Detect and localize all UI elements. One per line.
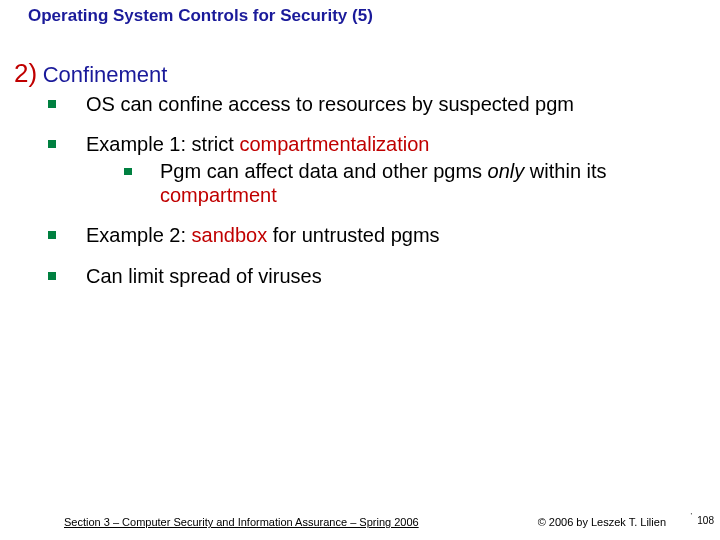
section-heading-text: Confinement [43,62,168,87]
text-span: Can limit spread of viruses [86,265,322,287]
text-span-highlight: sandbox [192,224,268,246]
bullet-item: Example 2: sandbox for untrusted pgms [48,223,700,247]
section-heading: 2) Confinement [14,58,700,90]
bullet-text: Can limit spread of viruses [86,264,700,288]
text-span-highlight: compartment [160,184,277,206]
footer-left: Section 3 – Computer Security and Inform… [64,516,419,528]
text-span: Pgm can affect data and other pgms [160,160,488,182]
bullet-item: OS can confine access to resources by su… [48,92,700,116]
sub-bullet-item: Pgm can affect data and other pgms only … [124,159,700,208]
footer: Section 3 – Computer Security and Inform… [0,508,720,528]
text-span: for untrusted pgms [267,224,439,246]
bullet-text: Example 2: sandbox for untrusted pgms [86,223,700,247]
square-bullet-icon [48,272,56,280]
footer-tick: ' [690,511,692,520]
text-span: OS can confine access to resources by su… [86,93,574,115]
sub-bullet-text: Pgm can affect data and other pgms only … [160,159,700,208]
footer-right: © 2006 by Leszek T. Lilien [538,516,666,528]
bullet-item: Can limit spread of viruses [48,264,700,288]
page-number: 108 [697,515,714,526]
square-bullet-icon [48,140,56,148]
text-span: Example 1: strict [86,133,239,155]
bullet-text: OS can confine access to resources by su… [86,92,700,116]
text-span: Example 2: [86,224,192,246]
slide: Operating System Controls for Security (… [0,0,720,540]
slide-title: Operating System Controls for Security (… [28,6,373,26]
text-span-highlight: compartmentalization [239,133,429,155]
slide-body: 2) Confinement OS can confine access to … [14,58,700,288]
bullet-text: Example 1: strict compartmentalization P… [86,132,700,207]
square-bullet-icon [48,100,56,108]
text-span-italic: only [488,160,525,182]
text-span: within its [524,160,606,182]
square-bullet-icon [48,231,56,239]
square-bullet-icon [124,168,132,175]
section-number: 2) [14,58,37,88]
bullet-item: Example 1: strict compartmentalization P… [48,132,700,207]
